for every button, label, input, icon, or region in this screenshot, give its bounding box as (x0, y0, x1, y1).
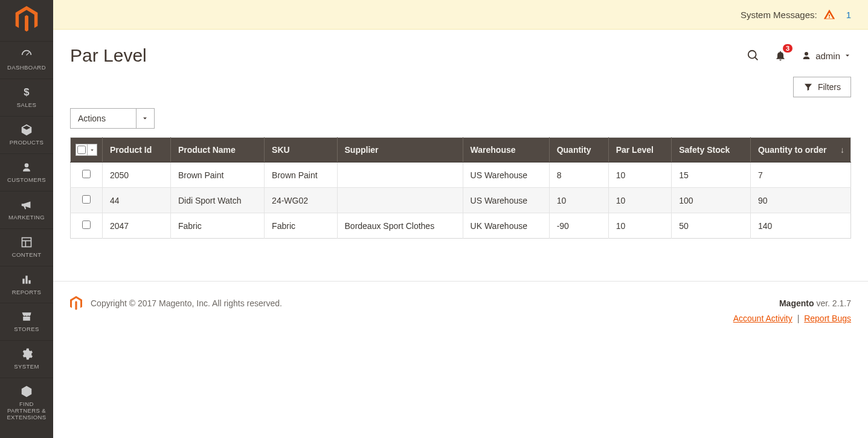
magento-logo[interactable] (14, 5, 39, 34)
megaphone-icon (18, 198, 35, 212)
row-checkbox[interactable] (82, 221, 91, 229)
cell-supplier (337, 163, 463, 188)
main-area: System Messages: 1 Par Level 3 admin Fi (53, 0, 868, 438)
cell-product-id: 2050 (103, 163, 171, 188)
cell-safety-stock: 15 (672, 163, 751, 188)
column-product-name[interactable]: Product Name (170, 138, 264, 163)
cell-product-name: Didi Sport Watch (170, 188, 264, 213)
cell-qty-to-order: 140 (750, 213, 850, 239)
cell-supplier: Bordeaux Sport Clothes (337, 213, 463, 239)
cell-par-level: 10 (608, 213, 672, 239)
nav-label: STORES (14, 326, 39, 333)
system-messages-count: 1 (846, 10, 851, 20)
sort-descending-icon: ↓ (840, 145, 844, 155)
cell-product-name: Brown Paint (170, 163, 264, 188)
column-product-id[interactable]: Product Id (103, 138, 171, 163)
cell-sku: Fabric (265, 213, 337, 239)
actions-dropdown-label: Actions (71, 109, 136, 128)
svg-rect-6 (28, 280, 30, 283)
cell-supplier (337, 188, 463, 213)
cell-par-level: 10 (608, 163, 672, 188)
nav-dashboard[interactable]: DASHBOARD (0, 41, 53, 79)
svg-rect-1 (22, 237, 31, 246)
row-checkbox[interactable] (82, 195, 91, 204)
table-header-row: Product Id Product Name SKU Supplier War… (71, 138, 851, 163)
cell-product-id: 2047 (103, 213, 171, 239)
column-sku[interactable]: SKU (265, 138, 337, 163)
separator: | (797, 314, 800, 323)
cell-warehouse: US Warehouse (463, 163, 549, 188)
search-button[interactable] (747, 49, 760, 62)
magento-logo-small (70, 296, 83, 311)
table-row[interactable]: 2050 Brown Paint Brown Paint US Warehous… (71, 163, 851, 188)
row-checkbox[interactable] (82, 170, 91, 178)
copyright-text: Copyright © 2017 Magento, Inc. All right… (91, 298, 282, 308)
cell-quantity: 8 (549, 163, 608, 188)
cell-warehouse: UK Warehouse (463, 213, 549, 239)
box-icon (18, 123, 35, 137)
notifications-button[interactable]: 3 (774, 49, 786, 62)
footer: Copyright © 2017 Magento, Inc. All right… (53, 281, 868, 326)
svg-line-8 (755, 57, 758, 60)
nav-stores[interactable]: STORES (0, 303, 53, 340)
system-messages-label: System Messages: (741, 10, 817, 20)
column-select-all[interactable] (71, 138, 103, 163)
svg-rect-5 (25, 275, 27, 283)
svg-text:$: $ (24, 86, 30, 98)
table-row[interactable]: 44 Didi Sport Watch 24-WG02 US Warehouse… (71, 188, 851, 213)
nav-label: PRODUCTS (10, 140, 44, 146)
column-safety-stock[interactable]: Safety Stock (672, 138, 751, 163)
nav-partners[interactable]: FIND PARTNERS & EXTENSIONS (0, 378, 53, 428)
column-qty-to-order-label: Quantity to order (758, 145, 827, 155)
nav-label: DASHBOARD (7, 65, 46, 71)
svg-rect-4 (22, 279, 24, 283)
table-row[interactable]: 2047 Fabric Fabric Bordeaux Sport Clothe… (71, 213, 851, 239)
nav-customers[interactable]: CUSTOMERS (0, 153, 53, 191)
actions-row: Actions (53, 108, 868, 137)
page-header: Par Level 3 admin (53, 30, 868, 72)
nav-products[interactable]: PRODUCTS (0, 116, 53, 153)
system-messages-bar[interactable]: System Messages: 1 (53, 0, 868, 30)
nav-label: REPORTS (12, 289, 42, 296)
cell-product-id: 44 (103, 188, 171, 213)
select-all-checkbox[interactable] (77, 146, 86, 154)
dollar-icon: $ (18, 85, 35, 100)
chevron-down-icon (844, 52, 851, 59)
nav-label: FIND PARTNERS & EXTENSIONS (2, 401, 51, 421)
nav-marketing[interactable]: MARKETING (0, 191, 53, 228)
cell-qty-to-order: 7 (750, 163, 850, 188)
funnel-icon (803, 82, 813, 92)
version-text: Magento ver. 2.1.7 (733, 296, 851, 311)
cell-par-level: 10 (608, 188, 672, 213)
svg-point-7 (748, 51, 756, 59)
filters-button[interactable]: Filters (793, 77, 851, 97)
grid-wrap: Product Id Product Name SKU Supplier War… (53, 137, 868, 239)
nav-sales[interactable]: $ SALES (0, 79, 53, 116)
nav-label: SALES (17, 102, 37, 109)
column-qty-to-order[interactable]: Quantity to order ↓ (750, 138, 850, 163)
column-quantity[interactable]: Quantity (549, 138, 608, 163)
puzzle-icon (18, 384, 35, 399)
nav-reports[interactable]: REPORTS (0, 266, 53, 303)
column-par-level[interactable]: Par Level (608, 138, 672, 163)
column-warehouse[interactable]: Warehouse (463, 138, 549, 163)
report-bugs-link[interactable]: Report Bugs (804, 314, 851, 323)
actions-dropdown[interactable]: Actions (70, 108, 155, 129)
nav-label: CONTENT (12, 252, 42, 259)
bars-icon (18, 272, 35, 287)
par-level-grid: Product Id Product Name SKU Supplier War… (70, 137, 851, 239)
cell-safety-stock: 100 (672, 188, 751, 213)
nav-label: SYSTEM (14, 364, 39, 370)
nav-content[interactable]: CONTENT (0, 228, 53, 266)
account-activity-link[interactable]: Account Activity (733, 314, 792, 323)
chevron-down-icon (136, 109, 154, 128)
cell-product-name: Fabric (170, 213, 264, 239)
cell-qty-to-order: 90 (750, 188, 850, 213)
gear-icon (18, 347, 35, 361)
nav-system[interactable]: SYSTEM (0, 340, 53, 378)
dashboard-icon (18, 48, 35, 62)
column-supplier[interactable]: Supplier (337, 138, 463, 163)
admin-username: admin (815, 51, 840, 61)
select-all-dropdown[interactable] (87, 144, 97, 155)
admin-user-dropdown[interactable]: admin (801, 50, 851, 61)
